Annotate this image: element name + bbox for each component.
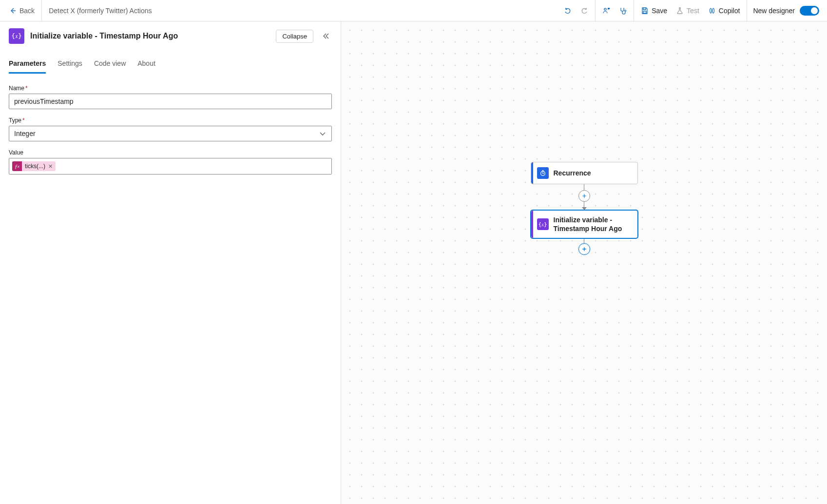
- value-input[interactable]: ƒx ticks(...) ✕: [9, 158, 332, 174]
- flow-column: Recurrence {𝑥} Initialize variable - Tim…: [531, 162, 638, 255]
- collapse-chevrons-button[interactable]: [319, 29, 333, 43]
- new-designer-label: New designer: [753, 7, 795, 15]
- copilot-label: Copilot: [719, 7, 740, 15]
- svg-point-0: [604, 8, 606, 10]
- type-label-text: Type: [9, 117, 21, 124]
- save-button[interactable]: Save: [637, 4, 671, 18]
- toolbar: Save Test Copilot New desig: [557, 0, 827, 21]
- flow-title-text: Detect X (formerly Twitter) Actions: [49, 7, 152, 15]
- token-remove-button[interactable]: ✕: [47, 163, 56, 170]
- save-icon: [641, 7, 649, 15]
- variable-icon: {𝑥}: [9, 28, 24, 44]
- node-initialize-variable[interactable]: {𝑥} Initialize variable - Timestamp Hour…: [531, 210, 638, 238]
- required-indicator: *: [22, 117, 25, 124]
- undo-icon: [564, 7, 572, 15]
- token-label: ticks(...): [22, 163, 47, 170]
- name-label: Name*: [9, 85, 332, 92]
- add-step-button[interactable]: [578, 243, 590, 255]
- tab-parameters[interactable]: Parameters: [9, 57, 46, 74]
- panel-header: {𝑥} Initialize variable - Timestamp Hour…: [0, 21, 341, 48]
- top-command-bar: Back Detect X (formerly Twitter) Actions: [0, 0, 827, 21]
- new-designer-toggle-group: New designer: [747, 0, 827, 21]
- tab-about[interactable]: About: [137, 57, 155, 74]
- test-button[interactable]: Test: [672, 4, 703, 18]
- type-label: Type*: [9, 117, 332, 124]
- flow-checker-button[interactable]: [615, 4, 631, 18]
- action-config-panel: {𝑥} Initialize variable - Timestamp Hour…: [0, 21, 341, 504]
- arrow-left-icon: [9, 7, 17, 15]
- connector-end: [578, 238, 590, 255]
- copilot-button[interactable]: Copilot: [704, 4, 744, 18]
- panel-tabs: Parameters Settings Code view About: [0, 48, 341, 74]
- new-designer-toggle[interactable]: [800, 6, 819, 16]
- flask-icon: [676, 7, 684, 15]
- save-label: Save: [652, 7, 667, 15]
- insert-step-button[interactable]: [578, 190, 590, 202]
- type-select[interactable]: Integer: [9, 126, 332, 141]
- parameters-body: Name* Type* Integer Value: [0, 74, 341, 193]
- designer-canvas[interactable]: Recurrence {𝑥} Initialize variable - Tim…: [341, 21, 827, 504]
- svg-rect-2: [643, 11, 646, 13]
- stethoscope-icon: [619, 7, 627, 15]
- undo-button[interactable]: [560, 4, 576, 18]
- redo-button[interactable]: [577, 4, 592, 18]
- node-recurrence[interactable]: Recurrence: [531, 162, 638, 184]
- person-feedback-icon: [602, 7, 610, 15]
- main-area: {𝑥} Initialize variable - Timestamp Hour…: [0, 21, 827, 504]
- node-initvar-title: Initialize variable - Timestamp Hour Ago: [554, 215, 632, 233]
- svg-point-1: [625, 10, 626, 11]
- tab-code-view[interactable]: Code view: [94, 57, 126, 74]
- collapse-button[interactable]: Collapse: [276, 30, 313, 43]
- panel-title: Initialize variable - Timestamp Hour Ago: [30, 32, 270, 40]
- required-indicator: *: [25, 85, 28, 92]
- field-value: Value ƒx ticks(...) ✕: [9, 149, 332, 174]
- name-input[interactable]: [9, 94, 332, 109]
- feedback-button[interactable]: [598, 4, 614, 18]
- tab-settings[interactable]: Settings: [58, 57, 82, 74]
- connector-1: [578, 184, 590, 210]
- back-button[interactable]: Back: [0, 0, 42, 21]
- expression-token[interactable]: ƒx ticks(...) ✕: [12, 161, 56, 171]
- variable-icon: {𝑥}: [537, 218, 549, 230]
- node-recurrence-title: Recurrence: [554, 169, 591, 177]
- field-name: Name*: [9, 85, 332, 109]
- value-label: Value: [9, 149, 332, 156]
- fx-icon: ƒx: [12, 161, 22, 171]
- copilot-icon: [708, 7, 716, 15]
- redo-icon: [580, 7, 588, 15]
- back-label: Back: [19, 7, 35, 15]
- name-label-text: Name: [9, 85, 24, 92]
- clock-icon: [537, 167, 549, 179]
- field-type: Type* Integer: [9, 117, 332, 141]
- chevrons-left-icon: [322, 32, 330, 40]
- chevron-down-icon: [319, 130, 327, 137]
- test-label: Test: [687, 7, 699, 15]
- type-value: Integer: [14, 130, 36, 137]
- flow-title: Detect X (formerly Twitter) Actions: [42, 0, 158, 21]
